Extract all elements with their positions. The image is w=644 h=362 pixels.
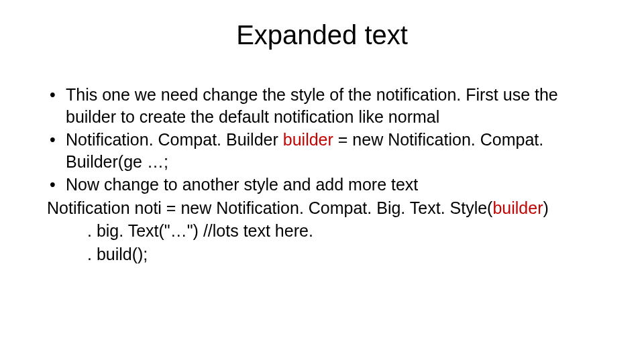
bullet-item-1: • This one we need change the style of t… [47, 84, 597, 127]
slide: Expanded text • This one we need change … [0, 0, 644, 362]
variable-builder: builder [283, 130, 333, 149]
variable-builder: builder [492, 198, 543, 217]
code-line-2: . big. Text("…") //lots text here. [87, 220, 597, 242]
bullet-item-2: • Notification. Compat. Builder builder … [47, 129, 597, 172]
bullet-text-2: Notification. Compat. Builder builder = … [66, 129, 597, 172]
slide-content: • This one we need change the style of t… [47, 84, 597, 265]
bullet-marker-icon: • [47, 174, 66, 196]
code-fragment: ) [543, 198, 549, 217]
code-fragment: Notification. Compat. Builder [66, 130, 283, 149]
bullet-marker-icon: • [47, 129, 66, 172]
code-fragment: Notification noti = new Notification. Co… [47, 198, 492, 217]
slide-title: Expanded text [47, 20, 597, 50]
bullet-marker-icon: • [47, 84, 66, 127]
code-line-3: . build(); [87, 243, 597, 265]
bullet-text-3: Now change to another style and add more… [66, 174, 597, 196]
bullet-text-1: This one we need change the style of the… [66, 84, 597, 127]
bullet-item-3: • Now change to another style and add mo… [47, 174, 597, 196]
code-line-1: Notification noti = new Notification. Co… [47, 197, 597, 219]
